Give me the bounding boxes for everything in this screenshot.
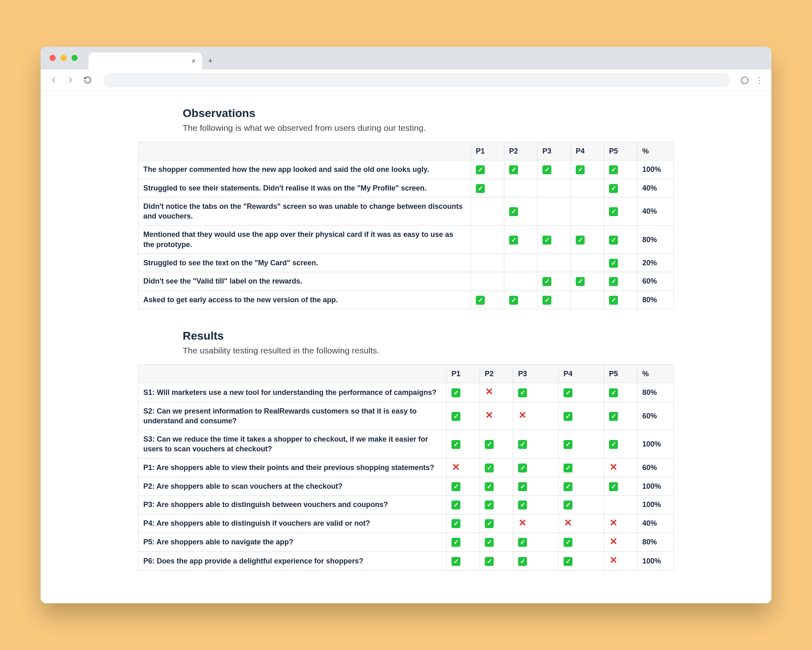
column-header: P5 [604,142,637,160]
check-icon: ✓ [609,412,618,421]
row-label: P3: Are shoppers able to distinguish bet… [138,496,447,514]
row-mark: ✓ [504,290,538,309]
observations-header-row: P1P2P3P4P5% [138,142,674,160]
check-icon: ✓ [485,500,494,509]
row-label: P1: Are shoppers able to view their poin… [138,458,447,477]
check-icon: ✓ [451,388,460,397]
check-icon: ✓ [518,557,527,566]
back-button[interactable] [48,74,59,86]
table-row: P4: Are shoppers able to distinguish if … [138,514,674,533]
row-mark: ✓ [447,402,480,430]
row-mark: ✓ [604,430,637,459]
row-mark: ✓ [559,458,604,477]
row-mark: ✓ [471,179,504,197]
window-maximize-button[interactable] [71,55,78,61]
check-icon: ✓ [609,259,618,268]
row-mark: ✓ [447,477,480,496]
row-mark: ✓ [480,496,513,514]
row-mark: ✓ [447,496,480,514]
row-mark: ✓ [447,533,480,551]
browser-toolbar: ⋮ [41,69,771,91]
column-header: P1 [447,364,480,383]
row-mark: ✓ [604,383,637,402]
check-icon: ✓ [564,464,572,472]
observations-subtitle: The following is what we observed from u… [183,123,629,133]
row-mark [504,272,538,290]
row-mark: ✓ [571,160,604,179]
check-icon: ✓ [609,165,618,174]
browser-tab[interactable]: × [89,52,202,69]
observations-heading: Observations The following is what we ob… [183,107,629,133]
close-tab-icon[interactable]: × [191,57,196,65]
row-percent: 100% [637,477,674,496]
table-row: P1: Are shoppers able to view their poin… [138,458,674,477]
row-percent: 60% [637,458,674,477]
row-percent: 100% [637,430,674,459]
row-percent: 60% [637,402,674,430]
cross-icon: ✕ [485,387,494,396]
table-row: S1: Will marketers use a new tool for un… [138,383,674,402]
row-label: Asked to get early access to the new ver… [138,290,471,309]
cross-icon: ✕ [564,518,572,527]
column-header: % [637,142,674,160]
check-icon: ✓ [509,296,518,305]
row-mark: ✕ [604,458,637,477]
check-icon: ✓ [451,538,460,547]
column-header: P1 [471,142,504,160]
row-mark: ✓ [559,477,604,496]
row-mark [538,197,571,225]
new-tab-button[interactable]: + [202,52,218,69]
row-mark: ✕ [447,458,480,477]
table-row: Didn't notice the tabs on the "Rewards" … [138,197,674,225]
cross-icon: ✕ [609,556,618,565]
table-row: Struggled to see the text on the "My Car… [138,254,674,272]
cross-icon: ✕ [609,463,618,472]
results-header-row: P1P2P3P4P5% [138,364,674,383]
tab-strip: × + [41,47,771,69]
table-row: P6: Does the app provide a delightful ex… [138,552,674,570]
check-icon: ✓ [609,296,618,305]
cross-icon: ✕ [609,518,618,527]
table-row: P5: Are shoppers able to navigate the ap… [138,533,674,551]
check-icon: ✓ [509,207,518,216]
results-heading: Results The usability testing resulted i… [183,329,629,355]
row-mark: ✓ [604,254,637,272]
check-icon: ✓ [518,538,527,547]
window-close-button[interactable] [50,55,56,61]
check-icon: ✓ [564,388,572,397]
column-header: P3 [538,142,571,160]
row-label: Struggled to see their statements. Didn'… [138,179,471,197]
row-percent: 100% [637,552,674,570]
row-mark: ✓ [513,458,559,477]
table-row: Asked to get early access to the new ver… [138,290,674,309]
row-mark [571,290,604,309]
window-minimize-button[interactable] [60,55,67,61]
row-mark [571,179,604,197]
row-mark: ✕ [604,533,637,551]
forward-button[interactable] [65,74,76,86]
column-header: P5 [604,364,637,383]
row-mark [571,254,604,272]
row-mark: ✕ [480,383,513,402]
row-mark: ✓ [559,552,604,570]
address-bar[interactable] [103,73,730,87]
row-mark: ✓ [513,533,559,551]
row-mark: ✓ [604,477,637,496]
check-icon: ✓ [451,557,460,566]
results-subtitle: The usability testing resulted in the fo… [183,346,629,355]
results-table: P1P2P3P4P5% S1: Will marketers use a new… [138,364,674,571]
cross-icon: ✕ [485,411,494,420]
row-mark: ✓ [604,225,637,254]
row-mark [604,496,637,514]
check-icon: ✓ [518,482,527,491]
row-mark: ✓ [604,160,637,179]
row-mark: ✓ [504,160,538,179]
reload-button[interactable] [82,74,93,86]
overflow-menu-icon[interactable]: ⋮ [756,75,764,85]
check-icon: ✓ [518,440,527,449]
check-icon: ✓ [451,500,460,509]
table-row: Didn't see the "Valid till" label on the… [138,272,674,290]
row-label: Didn't see the "Valid till" label on the… [138,272,471,290]
check-icon: ✓ [476,296,485,305]
extension-icon[interactable] [740,76,749,84]
